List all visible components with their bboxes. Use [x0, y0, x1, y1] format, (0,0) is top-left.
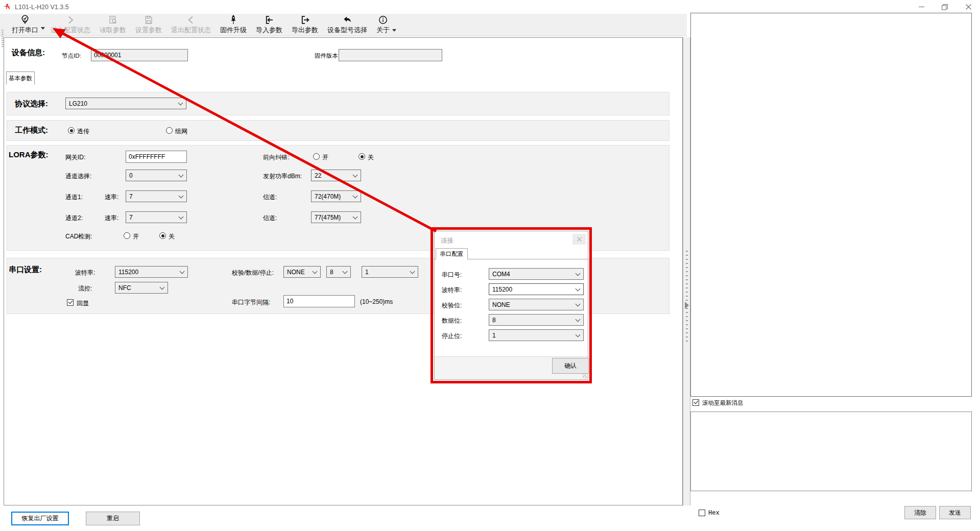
- toolbar-item-label: 导出参数: [292, 26, 318, 35]
- channel2-rate-dropdown[interactable]: 7: [126, 211, 187, 223]
- toolbar-item-label: 退出配置状态: [171, 26, 211, 35]
- toolbar-item-label: 设备型号选择: [327, 26, 367, 35]
- tx-power-value: 22: [315, 172, 321, 179]
- channel1-freq-label: 信道:: [263, 193, 277, 202]
- export-params-button[interactable]: 导出参数: [287, 14, 323, 36]
- undo-arrow-icon: [342, 15, 352, 25]
- flow-control-dropdown[interactable]: NFC: [115, 282, 168, 294]
- dialog-data-bits-label: 数据位:: [442, 317, 462, 325]
- dialog-baud-label: 波特率:: [442, 286, 462, 295]
- channel1-freq-value: 72(470M): [315, 193, 341, 200]
- autoscroll-label: 滚动至最新消息: [702, 399, 744, 407]
- about-button[interactable]: 关于: [372, 14, 394, 36]
- toolbar-item-label: 设置参数: [135, 26, 162, 35]
- echo-checkbox[interactable]: [67, 299, 74, 306]
- app-window: { "window": {"title": "L101-L-H20 V1.3.5…: [0, 0, 980, 531]
- info-icon: [378, 15, 388, 25]
- rate1-label: 速率:: [105, 193, 118, 202]
- open-serial-dropdown-caret[interactable]: [41, 27, 45, 30]
- chevron-down-icon: [178, 101, 183, 106]
- fec-on-radio[interactable]: [313, 153, 320, 160]
- export-icon: [300, 15, 310, 25]
- minimize-button[interactable]: [910, 0, 933, 14]
- channel1-rate-value: 7: [129, 193, 133, 200]
- clear-button[interactable]: 清除: [904, 506, 936, 519]
- chevron-down-icon: [179, 214, 184, 220]
- cad-off-label: 关: [169, 232, 175, 241]
- fec-off-label: 关: [368, 153, 374, 162]
- node-id-field: [91, 49, 188, 61]
- dialog-port-label: 串口号:: [442, 271, 462, 279]
- factory-reset-label: 恢复出厂设置: [22, 514, 59, 523]
- firmware-upgrade-button[interactable]: 固件升级: [216, 14, 251, 36]
- dialog-tab-label: 串口配置: [440, 250, 464, 258]
- dialog-confirm-label: 确认: [564, 361, 577, 370]
- parity-dropdown[interactable]: NONE: [283, 266, 321, 278]
- fec-off-radio[interactable]: [358, 153, 365, 160]
- stop-bits-dropdown[interactable]: 1: [362, 266, 418, 278]
- gateway-id-field[interactable]: [126, 151, 187, 163]
- send-button[interactable]: 发送: [939, 506, 971, 519]
- factory-reset-button[interactable]: 恢复出厂设置: [11, 512, 69, 525]
- restart-button[interactable]: 重启: [86, 512, 140, 525]
- chevron-down-icon: [576, 286, 581, 292]
- splitter-collapse-arrow-icon[interactable]: [685, 302, 689, 309]
- channel1-freq-dropdown[interactable]: 72(470M): [311, 190, 361, 202]
- flow-control-value: NFC: [118, 284, 131, 292]
- dialog-data-bits-dropdown[interactable]: 8: [489, 314, 584, 326]
- restart-label: 重启: [107, 514, 119, 523]
- dialog-confirm-button[interactable]: 确认: [552, 358, 589, 374]
- dialog-stop-bits-dropdown[interactable]: 1: [489, 329, 584, 341]
- baud-rate-dropdown[interactable]: 115200: [115, 266, 188, 278]
- chevron-down-icon: [179, 173, 184, 178]
- import-params-button[interactable]: 导入参数: [251, 14, 287, 36]
- tx-power-dropdown[interactable]: 22: [311, 170, 361, 181]
- dialog-resize-grip[interactable]: [583, 374, 587, 378]
- parity-data-stop-label: 校验/数据/停止:: [232, 269, 274, 277]
- work-mode-transparent-radio[interactable]: [68, 127, 75, 134]
- toolbar-item-label: 导入参数: [256, 26, 282, 35]
- rocket-icon: [228, 14, 238, 25]
- about-dropdown-caret[interactable]: [392, 29, 396, 32]
- dialog-baud-dropdown[interactable]: 115200: [489, 283, 584, 295]
- open-serial-port-button[interactable]: 打开串口: [7, 14, 43, 36]
- panel-splitter[interactable]: [683, 37, 690, 505]
- dialog-parity-dropdown[interactable]: NONE: [489, 299, 584, 310]
- chevron-down-icon: [576, 332, 581, 337]
- dialog-port-dropdown[interactable]: COM4: [489, 268, 584, 280]
- restore-button[interactable]: [933, 0, 957, 14]
- protocol-value: LG210: [69, 100, 87, 107]
- import-icon: [264, 15, 274, 25]
- channel-select-dropdown[interactable]: 0: [126, 170, 187, 181]
- hex-label: Hex: [708, 510, 720, 517]
- save-icon: [144, 15, 154, 25]
- protocol-select[interactable]: LG210: [65, 98, 186, 109]
- byte-interval-field[interactable]: [283, 295, 355, 307]
- chevron-down-icon: [353, 214, 358, 220]
- exit-config-state-button: 退出配置状态: [166, 14, 216, 36]
- chevron-down-icon: [576, 317, 581, 322]
- device-model-select-button[interactable]: 设备型号选择: [323, 14, 372, 36]
- close-button[interactable]: [957, 0, 980, 14]
- firmware-version-label: 固件版本:: [315, 52, 340, 60]
- send-input-area[interactable]: [690, 412, 972, 491]
- cad-on-radio[interactable]: [124, 232, 130, 239]
- dialog-tab-serial-config[interactable]: 串口配置: [436, 248, 468, 259]
- dialog-title: 连接: [441, 236, 453, 245]
- send-label: 发送: [949, 509, 961, 517]
- read-params-button: 读取参数: [95, 14, 131, 36]
- chevron-down-icon: [410, 269, 415, 274]
- dialog-close-button[interactable]: [572, 234, 586, 245]
- hex-checkbox[interactable]: [699, 510, 705, 516]
- work-mode-networking-radio[interactable]: [166, 127, 173, 134]
- toolbar-item-label: 关于: [376, 26, 390, 35]
- baud-rate-label: 波特率:: [75, 269, 95, 277]
- channel-select-value: 0: [129, 172, 133, 179]
- tab-basic-params[interactable]: 基本参数: [6, 71, 35, 85]
- toolbar-item-label: 进入配置状态: [51, 26, 90, 35]
- autoscroll-checkbox[interactable]: [692, 399, 699, 406]
- channel1-rate-dropdown[interactable]: 7: [126, 190, 187, 202]
- cad-off-radio[interactable]: [159, 232, 166, 239]
- channel2-freq-dropdown[interactable]: 77(475M): [311, 211, 361, 223]
- data-bits-dropdown[interactable]: 8: [326, 266, 351, 278]
